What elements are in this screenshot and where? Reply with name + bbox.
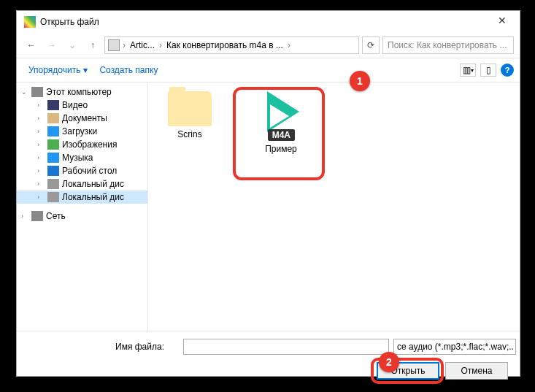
cancel-button[interactable]: Отмена <box>445 362 508 380</box>
tree-item-documents[interactable]: ›Документы <box>17 112 147 125</box>
toolbar: Упорядочить ▾ Создать папку ▥ ▾ ▯ ? <box>17 58 520 82</box>
recent-dropdown[interactable]: ⌄ <box>63 36 81 54</box>
window-title: Открыть файл <box>40 17 488 27</box>
chevron-down-icon: ▾ <box>83 65 88 75</box>
expand-icon[interactable]: › <box>37 128 45 135</box>
expand-icon[interactable]: › <box>37 193 45 201</box>
preview-pane-button[interactable]: ▯ <box>480 64 496 77</box>
disk-icon <box>47 179 59 189</box>
expand-icon[interactable]: › <box>37 101 45 109</box>
file-list: 1 Scrins M4A Пример <box>148 82 520 331</box>
search-input[interactable]: Поиск: Как конвертировать ... <box>382 36 514 54</box>
close-button[interactable]: ✕ <box>488 15 517 29</box>
expand-icon[interactable]: › <box>37 154 45 161</box>
breadcrumb-part[interactable]: Как конвертировать m4a в ... <box>165 40 285 50</box>
folder-icon <box>168 91 212 126</box>
annotation-marker-1: 1 <box>350 71 370 91</box>
pictures-icon <box>47 139 59 150</box>
network-icon <box>31 211 43 221</box>
tree-item-video[interactable]: ›Видео <box>17 99 147 112</box>
tree-item-disk[interactable]: ›Локальный дис <box>17 177 147 191</box>
file-label: Scrins <box>157 129 223 139</box>
audio-file-icon: M4A <box>255 91 307 142</box>
help-button[interactable]: ? <box>501 64 514 77</box>
chevron-right-icon: › <box>158 40 163 50</box>
breadcrumb[interactable]: › Artic... › Как конвертировать m4a в ..… <box>104 36 359 54</box>
file-item-m4a[interactable]: M4A Пример <box>237 91 325 154</box>
tree-item-desktop[interactable]: ›Рабочий стол <box>17 164 147 177</box>
expand-icon[interactable]: › <box>37 141 45 148</box>
chevron-right-icon: › <box>121 40 127 50</box>
navigation-tree: ⌄Этот компьютер ›Видео ›Документы ›Загру… <box>17 82 148 331</box>
chevron-right-icon: › <box>286 40 292 50</box>
documents-icon <box>47 113 59 123</box>
chevron-down-icon: ⌄ <box>514 342 516 352</box>
video-icon <box>47 100 59 110</box>
expand-icon[interactable]: › <box>37 115 45 122</box>
desktop-icon <box>47 166 59 176</box>
filename-input[interactable] <box>183 339 389 355</box>
computer-icon <box>31 87 43 97</box>
tree-item-network[interactable]: ›Сеть <box>17 210 147 223</box>
open-file-dialog: Открыть файл ✕ ← → ⌄ ↑ › Artic... › Как … <box>16 10 520 377</box>
expand-icon[interactable]: › <box>21 212 28 220</box>
annotation-marker-2: 2 <box>379 352 399 372</box>
tree-item-pictures[interactable]: ›Изображения <box>17 138 147 151</box>
downloads-icon <box>47 126 59 137</box>
expand-icon[interactable]: › <box>37 167 45 174</box>
tree-item-music[interactable]: ›Музыка <box>17 151 147 164</box>
file-type-dropdown[interactable]: се аудио (*.mp3;*.flac;*.wav;..⌄ <box>393 339 516 355</box>
app-icon <box>24 16 36 28</box>
computer-icon <box>108 39 120 51</box>
forward-button[interactable]: → <box>43 36 61 54</box>
expand-icon[interactable]: › <box>37 180 45 188</box>
tree-item-downloads[interactable]: ›Загрузки <box>17 125 147 138</box>
expand-icon[interactable]: ⌄ <box>21 88 28 96</box>
tree-item-disk[interactable]: ›Локальный дис <box>17 191 147 204</box>
tree-item-computer[interactable]: ⌄Этот компьютер <box>17 85 147 99</box>
address-bar: ← → ⌄ ↑ › Artic... › Как конвертировать … <box>17 33 520 58</box>
folder-item[interactable]: Scrins <box>157 91 223 139</box>
filename-label: Имя файла: <box>112 342 164 352</box>
file-type-badge: M4A <box>268 129 295 141</box>
back-button[interactable]: ← <box>23 36 40 54</box>
up-button[interactable]: ↑ <box>84 36 101 54</box>
organize-button[interactable]: Упорядочить ▾ <box>23 62 93 78</box>
refresh-button[interactable]: ⟳ <box>362 36 380 54</box>
view-options-button[interactable]: ▥ ▾ <box>460 64 476 77</box>
titlebar: Открыть файл ✕ <box>17 11 520 33</box>
breadcrumb-part[interactable]: Artic... <box>128 40 156 50</box>
disk-icon <box>47 192 59 202</box>
dialog-footer: Имя файла: се аудио (*.mp3;*.flac;*.wav;… <box>17 331 520 387</box>
music-icon <box>47 153 59 163</box>
new-folder-button[interactable]: Создать папку <box>93 62 163 78</box>
